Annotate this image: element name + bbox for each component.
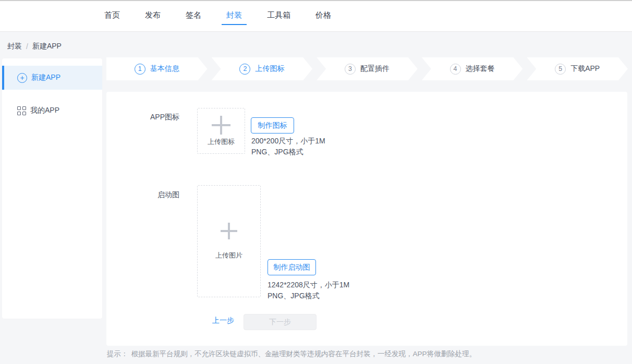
icon-size-hint: 200*200尺寸，小于1M xyxy=(251,136,325,147)
upload-box-label: 上传图片 xyxy=(215,251,242,260)
nav-item-price[interactable]: 价格 xyxy=(311,7,336,25)
breadcrumb-item-new-app: 新建APP xyxy=(32,42,62,51)
nav-item-package[interactable]: 封装 xyxy=(222,7,247,25)
grid-icon xyxy=(17,106,26,115)
step-select-plan: 4 选择套餐 xyxy=(422,57,523,80)
top-nav-bar: 首页 发布 签名 封装 工具箱 价格 xyxy=(0,0,632,32)
sidebar-item-new-app[interactable]: + 新建APP xyxy=(2,66,102,90)
page: 首页 发布 签名 封装 工具箱 价格 封装 / 新建APP + 新建APP 我的… xyxy=(0,0,632,364)
nav-item-publish[interactable]: 发布 xyxy=(140,7,165,25)
breadcrumb: 封装 / 新建APP xyxy=(7,42,62,51)
upload-box-label: 上传图标 xyxy=(208,137,235,147)
footer-hint-text: 根据最新平台规则，不允许区块链虚拟币、金融理财类等违规内容在平台封装，一经发现，… xyxy=(131,350,477,358)
step-download-app: 5 下载APP xyxy=(527,57,628,80)
step-label: 基本信息 xyxy=(150,64,179,74)
plus-icon xyxy=(221,223,237,239)
plus-circle-icon: + xyxy=(17,73,27,83)
step-label: 上传图标 xyxy=(255,64,284,74)
icon-format-hint: PNG、JPG格式 xyxy=(251,147,303,157)
step-number-badge: 2 xyxy=(239,64,250,75)
app-icon-upload-box[interactable]: 上传图标 xyxy=(197,108,245,154)
sidebar: + 新建APP 我的APP xyxy=(2,58,102,319)
breadcrumb-separator: / xyxy=(26,42,28,51)
step-upload-icon: 2 上传图标 xyxy=(212,57,313,80)
sidebar-item-label: 新建APP xyxy=(31,73,60,82)
splash-size-hint: 1242*2208尺寸，小于1M xyxy=(268,280,349,290)
footer-hint-label: 提示： xyxy=(107,350,128,358)
step-number-badge: 4 xyxy=(450,64,461,75)
app-icon-field-label: APP图标 xyxy=(106,113,179,122)
nav-item-toolbox[interactable]: 工具箱 xyxy=(262,7,295,25)
splash-format-hint: PNG、JPG格式 xyxy=(268,290,320,301)
sidebar-item-my-apps[interactable]: 我的APP xyxy=(2,99,102,123)
make-icon-button[interactable]: 制作图标 xyxy=(251,117,294,134)
step-number-badge: 1 xyxy=(135,64,145,75)
upload-form-panel: APP图标 上传图标 制作图标 200*200尺寸，小于1M PNG、JPG格式… xyxy=(106,92,627,346)
step-label: 下载APP xyxy=(570,64,600,74)
step-label: 配置插件 xyxy=(360,64,390,74)
splash-upload-box[interactable]: 上传图片 xyxy=(197,185,261,297)
sidebar-item-label: 我的APP xyxy=(30,106,59,115)
splash-field-label: 启动图 xyxy=(106,190,179,200)
footer-hint: 提示：根据最新平台规则，不允许区块链虚拟币、金融理财类等违规内容在平台封装，一经… xyxy=(107,349,476,359)
main-nav: 首页 发布 签名 封装 工具箱 价格 xyxy=(100,7,351,25)
breadcrumb-item-package[interactable]: 封装 xyxy=(7,42,22,51)
previous-step-button[interactable]: 上一步 xyxy=(212,316,234,325)
wizard-stepper: 1 基本信息 2 上传图标 3 配置插件 4 选择套餐 5 下载APP xyxy=(106,57,628,80)
step-basic-info: 1 基本信息 xyxy=(106,57,208,80)
step-configure-plugins: 3 配置插件 xyxy=(317,57,418,80)
step-number-badge: 3 xyxy=(345,64,356,75)
step-number-badge: 5 xyxy=(555,64,566,75)
nav-item-home[interactable]: 首页 xyxy=(100,7,125,25)
next-step-button[interactable]: 下一步 xyxy=(244,314,317,330)
nav-item-sign[interactable]: 签名 xyxy=(181,7,206,25)
step-label: 选择套餐 xyxy=(466,64,495,74)
plus-icon xyxy=(212,116,230,135)
make-splash-button[interactable]: 制作启动图 xyxy=(268,259,316,275)
